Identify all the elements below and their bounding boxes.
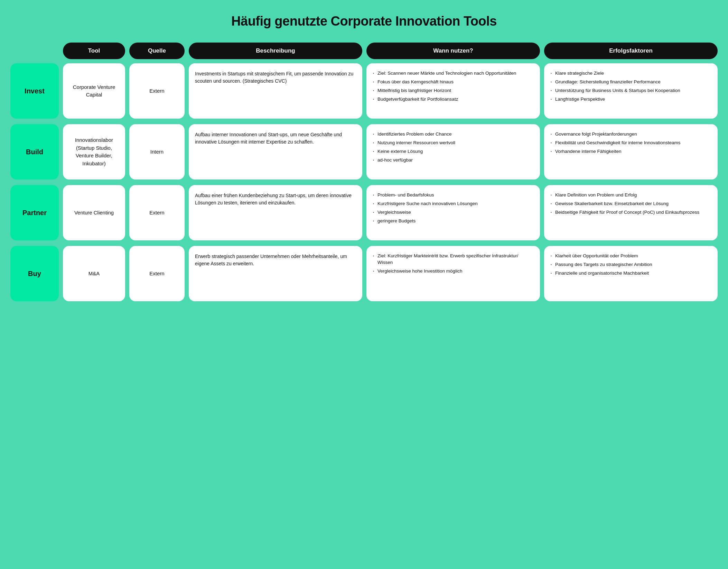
header-wann: Wann nutzen? [366,43,540,59]
cell-erfolgsfaktoren-3: Klarheit über Opportunität oder ProblemP… [544,246,718,301]
erfolgsfaktoren-list: Klarheit über Opportunität oder ProblemP… [550,253,652,279]
table-row: PartnerVenture ClientingExternAufbau ein… [10,185,718,240]
list-item: Keine externe Lösung [373,148,455,155]
list-item: Fokus über das Kerngeschäft hinaus [373,79,516,85]
list-item: Flexibilität und Geschwindigkeit für int… [550,140,680,146]
cell-tool-0: Corporate Venture Capital [63,63,125,119]
table-row: BuyM&AExternErwerb strategisch passender… [10,246,718,301]
list-item: Vergleichsweise [373,209,478,216]
cell-beschreibung-0: Investments in Startups mit strategische… [189,63,362,119]
quelle-text: Extern [149,209,164,217]
cell-beschreibung-2: Aufbau einer frühen Kundenbeziehung zu S… [189,185,362,240]
header-beschreibung: Beschreibung [189,43,362,59]
quelle-text: Intern [150,148,164,156]
list-item: Vergleichsweise hohe Investition möglich [373,268,534,275]
list-item: Ziel: Scannen neuer Märkte und Technolog… [373,70,516,77]
list-item: Kurzfristigere Suche nach innovativen Lö… [373,201,478,207]
list-item: Identifiziertes Problem oder Chance [373,131,455,138]
list-item: Mittelfristig bis langfristiger Horizont [373,88,516,94]
header-row: Tool Quelle Beschreibung Wann nutzen? Er… [10,43,718,59]
header-erfolgsfaktoren: Erfolgsfaktoren [544,43,718,59]
header-quelle: Quelle [129,43,185,59]
tool-name-text: Innovationslabor (Startup Studio, Ventur… [69,136,119,167]
cell-tool-2: Venture Clienting [63,185,125,240]
page-title: Häufig genutzte Corporate Innovation Too… [10,14,718,29]
quelle-text: Extern [149,87,164,95]
cell-erfolgsfaktoren-1: Governance folgt ProjektanforderungenFle… [544,124,718,180]
tool-name-text: Venture Clienting [74,209,114,217]
tool-name-text: Corporate Venture Capital [69,83,119,99]
beschreibung-text: Aufbau interner Innovationen und Start-u… [195,131,356,146]
cell-quelle-3: Extern [129,246,185,301]
beschreibung-text: Erwerb strategisch passender Unternehmen… [195,253,356,267]
main-table: Tool Quelle Beschreibung Wann nutzen? Er… [10,43,718,301]
list-item: Budgetverfügbarkeit für Portfolioansatz [373,96,516,103]
beschreibung-text: Investments in Startups mit strategische… [195,70,356,85]
erfolgsfaktoren-list: Governance folgt ProjektanforderungenFle… [550,131,680,157]
cell-quelle-1: Intern [129,124,185,180]
header-spacer-cell [10,43,59,59]
cell-wann-2: Problem- und BedarfsfokusKurzfristigere … [366,185,540,240]
beschreibung-text: Aufbau einer frühen Kundenbeziehung zu S… [195,192,356,207]
list-item: geringere Budgets [373,218,478,224]
cell-wann-1: Identifiziertes Problem oder ChanceNutzu… [366,124,540,180]
list-item: Vorhandene interne Fähigkeiten [550,148,680,155]
list-item: Unterstützung für Business Units & Start… [550,88,680,94]
row-label-build: Build [10,124,59,180]
list-item: ad-hoc verfügbar [373,157,455,164]
list-item: Nutzung interner Ressourcen wertvoll [373,140,455,146]
list-item: Klare Definition von Problem und Erfolg [550,192,699,199]
rows-container: InvestCorporate Venture CapitalExternInv… [10,63,718,301]
cell-quelle-2: Extern [129,185,185,240]
wann-list: Ziel: Scannen neuer Märkte und Technolog… [373,70,516,105]
erfolgsfaktoren-list: Klare strategische ZieleGrundlage: Siche… [550,70,680,105]
header-tool: Tool [63,43,125,59]
list-item: Beidseitige Fähigkeit für Proof of Conce… [550,209,699,216]
list-item: Langfristige Perspektive [550,96,680,103]
row-label-invest: Invest [10,63,59,119]
list-item: Gewisse Skalierbarkeit bzw. Einsetzbarke… [550,201,699,207]
cell-beschreibung-1: Aufbau interner Innovationen und Start-u… [189,124,362,180]
quelle-text: Extern [149,270,164,278]
list-item: Problem- und Bedarfsfokus [373,192,478,199]
list-item: Finanzielle und organisatorische Machbar… [550,270,652,277]
list-item: Governance folgt Projektanforderungen [550,131,680,138]
list-item: Ziel: Kurzfristiger Markteintritt bzw. E… [373,253,534,266]
list-item: Klare strategische Ziele [550,70,680,77]
table-row: BuildInnovationslabor (Startup Studio, V… [10,124,718,180]
list-item: Passung des Targets zu strategischer Amb… [550,261,652,268]
cell-erfolgsfaktoren-2: Klare Definition von Problem und ErfolgG… [544,185,718,240]
tool-name-text: M&A [88,270,100,278]
list-item: Klarheit über Opportunität oder Problem [550,253,652,259]
row-label-buy: Buy [10,246,59,301]
cell-beschreibung-3: Erwerb strategisch passender Unternehmen… [189,246,362,301]
cell-erfolgsfaktoren-0: Klare strategische ZieleGrundlage: Siche… [544,63,718,119]
row-label-partner: Partner [10,185,59,240]
cell-quelle-0: Extern [129,63,185,119]
list-item: Grundlage: Sicherstellung finanzieller P… [550,79,680,85]
wann-list: Ziel: Kurzfristiger Markteintritt bzw. E… [373,253,534,277]
cell-wann-3: Ziel: Kurzfristiger Markteintritt bzw. E… [366,246,540,301]
wann-list: Identifiziertes Problem oder ChanceNutzu… [373,131,455,166]
erfolgsfaktoren-list: Klare Definition von Problem und ErfolgG… [550,192,699,218]
cell-tool-3: M&A [63,246,125,301]
cell-tool-1: Innovationslabor (Startup Studio, Ventur… [63,124,125,180]
wann-list: Problem- und BedarfsfokusKurzfristigere … [373,192,478,227]
cell-wann-0: Ziel: Scannen neuer Märkte und Technolog… [366,63,540,119]
table-row: InvestCorporate Venture CapitalExternInv… [10,63,718,119]
